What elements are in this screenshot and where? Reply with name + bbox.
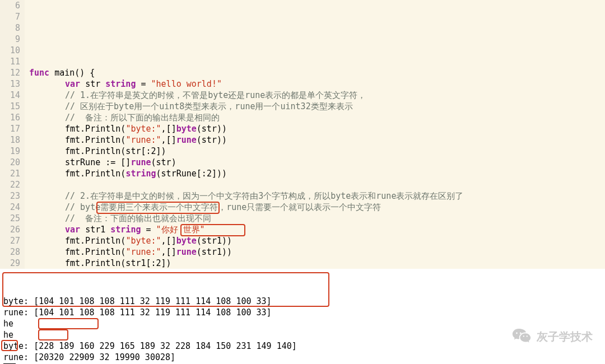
code-line: fmt.Println(str1[:2]) [29,258,605,269]
line-number: 7 [0,11,20,22]
line-number: 26 [0,224,20,235]
code-line: fmt.Println(str[:2]) [29,146,605,157]
code-line: fmt.Println("rune:",[]rune(str1)) [29,246,605,258]
line-number: 15 [0,101,20,112]
line-number: 14 [0,90,20,101]
line-number: 23 [0,190,20,202]
line-number-gutter: 6789101112131415161718192021222324252627… [0,0,25,269]
console-line: he [3,329,602,340]
code-line: fmt.Println("rune:",[]rune(str)) [29,134,605,146]
console-line: he [3,318,602,329]
line-number: 10 [0,45,20,56]
line-number: 24 [0,202,20,213]
line-number: 19 [0,146,20,157]
line-number: 9 [0,34,20,45]
code-line [29,56,605,67]
line-number: 11 [0,56,20,67]
code-line: // 1.在字符串是英文的时候，不管是byte还是rune表示的都是单个英文字符… [29,90,605,101]
code-line: fmt.Println(string(strRune[:2])) [29,168,605,179]
output-console: byte: [104 101 108 108 111 32 119 111 11… [0,269,605,364]
console-line: byte: [228 189 160 229 165 189 32 228 18… [3,340,602,352]
line-number: 28 [0,246,20,258]
code-line: fmt.Println("byte:",[]byte(str)) [29,123,605,134]
code-line: // 备注：所以下面的输出结果是相同的 [29,112,605,123]
code-editor: 6789101112131415161718192021222324252627… [0,0,605,269]
code-line: var str1 string = "你好 世界" [29,224,605,235]
line-number: 16 [0,112,20,123]
console-line: rune: [104 101 108 108 111 32 119 111 11… [3,307,602,318]
line-number: 27 [0,235,20,246]
line-number: 22 [0,179,20,190]
code-area: func main() {var str string = "hello wor… [25,0,605,269]
line-number: 13 [0,78,20,90]
code-line: // 2.在字符串是中文的时候，因为一个中文字符由3个字节构成，所以byte表示… [29,190,605,202]
line-number: 8 [0,22,20,34]
line-number: 17 [0,123,20,134]
line-number: 25 [0,213,20,224]
line-number: 6 [0,0,20,11]
line-number: 18 [0,134,20,146]
code-line: // byte需要用三个来表示一个中文字符，rune只需要一个就可以表示一个中文… [29,202,605,213]
code-line: strRune := []rune(str) [29,157,605,168]
console-line: byte: [104 101 108 108 111 32 119 111 11… [3,296,602,307]
line-number: 12 [0,67,20,78]
code-line: // 备注：下面的输出也就会出现不同 [29,213,605,224]
console-line: rune: [20320 22909 32 19990 30028] [3,352,602,363]
line-number: 21 [0,168,20,179]
code-line [29,179,605,190]
code-line: fmt.Println("byte:",[]byte(str1)) [29,235,605,246]
code-line: func main() { [29,67,605,78]
code-line: // 区别在于byte用一个uint8类型来表示，rune用一个uint32类型… [29,101,605,112]
code-line: var str string = "hello world!" [29,78,605,90]
line-number: 20 [0,157,20,168]
line-number: 29 [0,258,20,269]
